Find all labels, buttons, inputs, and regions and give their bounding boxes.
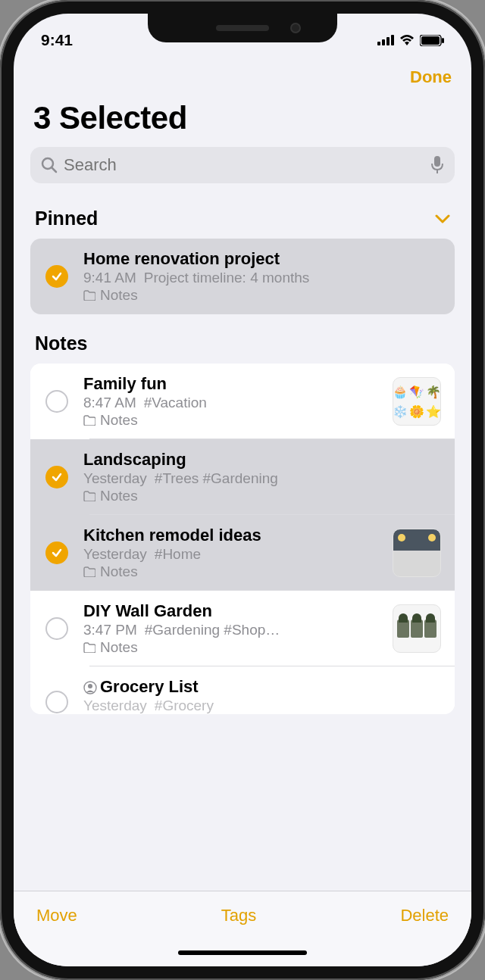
note-tags: #Trees #Gardening <box>155 470 278 487</box>
pinned-list: Home renovation project 9:41 AM Project … <box>30 239 455 314</box>
note-tags: #Home <box>155 546 201 563</box>
delete-button[interactable]: Delete <box>400 906 449 925</box>
folder-icon <box>83 491 95 501</box>
svg-rect-3 <box>391 35 394 45</box>
selection-checkbox[interactable] <box>45 466 68 488</box>
search-input[interactable] <box>64 155 424 175</box>
note-time: Yesterday <box>83 546 147 563</box>
note-row[interactable]: Kitchen remodel ideas Yesterday#Home Not… <box>30 515 455 591</box>
folder-icon <box>83 566 95 577</box>
search-bar[interactable] <box>30 147 455 183</box>
note-thumbnail <box>393 604 441 653</box>
tags-button[interactable]: Tags <box>221 906 256 925</box>
note-time: 8:47 AM <box>83 395 136 411</box>
selection-checkbox[interactable] <box>45 541 68 564</box>
note-row[interactable]: DIY Wall Garden 3:47 PM#Gardening #Shop…… <box>30 591 455 666</box>
svg-rect-1 <box>382 39 385 45</box>
selection-checkbox[interactable] <box>45 691 68 713</box>
check-icon <box>51 547 63 559</box>
section-pinned-header[interactable]: Pinned <box>14 200 471 239</box>
search-icon <box>41 157 58 173</box>
note-folder-label: Notes <box>100 412 138 429</box>
note-time: 3:47 PM <box>83 622 137 638</box>
wifi-icon <box>399 34 415 46</box>
home-indicator[interactable] <box>178 950 307 955</box>
status-time: 9:41 <box>41 31 73 49</box>
note-title: Kitchen remodel ideas <box>83 526 382 545</box>
note-folder-label: Notes <box>100 639 138 656</box>
note-title: Grocery List <box>100 677 199 697</box>
folder-icon <box>83 642 95 653</box>
note-folder-label: Notes <box>100 287 138 304</box>
selection-checkbox[interactable] <box>45 265 68 288</box>
section-pinned-label: Pinned <box>35 208 98 229</box>
move-button[interactable]: Move <box>36 906 77 925</box>
mic-icon[interactable] <box>430 156 444 174</box>
svg-rect-9 <box>434 156 440 167</box>
note-time: Yesterday <box>83 470 147 487</box>
note-title: Home renovation project <box>83 249 441 269</box>
note-tags: #Vacation <box>144 395 207 411</box>
cellular-icon <box>377 35 394 45</box>
done-button[interactable]: Done <box>410 67 452 87</box>
note-thumbnail <box>393 529 441 577</box>
svg-line-8 <box>52 167 56 172</box>
folder-icon <box>83 415 95 426</box>
note-row[interactable]: Grocery List Yesterday#Grocery <box>30 666 455 714</box>
note-title: Landscaping <box>83 450 441 470</box>
selection-checkbox[interactable] <box>45 617 68 640</box>
note-row[interactable]: Home renovation project 9:41 AM Project … <box>30 239 455 314</box>
note-folder-label: Notes <box>100 488 138 504</box>
svg-rect-0 <box>377 42 380 45</box>
battery-icon <box>420 35 444 46</box>
svg-rect-6 <box>442 38 444 43</box>
section-notes-label: Notes <box>35 332 87 354</box>
note-title: Family fun <box>83 374 382 394</box>
note-tags: #Grocery <box>155 698 214 714</box>
svg-rect-2 <box>386 37 390 45</box>
note-row[interactable]: Landscaping Yesterday#Trees #Gardening N… <box>30 439 455 515</box>
chevron-down-icon <box>435 214 450 224</box>
page-title: 3 Selected <box>14 92 471 147</box>
bottom-toolbar: Move Tags Delete <box>14 891 471 939</box>
section-notes-header: Notes <box>14 314 471 364</box>
svg-rect-5 <box>421 36 440 45</box>
note-thumbnail: 🧁🪁🌴❄️🌼⭐ <box>393 377 441 426</box>
check-icon <box>51 471 63 483</box>
nav-bar: Done <box>14 56 471 92</box>
note-tags: #Gardening #Shop… <box>145 622 280 638</box>
svg-point-12 <box>88 684 92 688</box>
selection-checkbox[interactable] <box>45 390 68 413</box>
notes-list: Family fun 8:47 AM#Vacation Notes 🧁🪁🌴❄️🌼… <box>30 364 455 714</box>
note-time: 9:41 AM <box>83 270 136 286</box>
note-row[interactable]: Family fun 8:47 AM#Vacation Notes 🧁🪁🌴❄️🌼… <box>30 364 455 439</box>
folder-icon <box>83 290 95 301</box>
note-title: DIY Wall Garden <box>83 601 382 621</box>
home-indicator-area <box>14 939 471 966</box>
shared-icon <box>83 681 97 694</box>
check-icon <box>51 270 63 282</box>
note-folder-label: Notes <box>100 563 138 580</box>
note-time: Yesterday <box>83 698 147 714</box>
note-tags: Project timeline: 4 months <box>144 270 310 286</box>
